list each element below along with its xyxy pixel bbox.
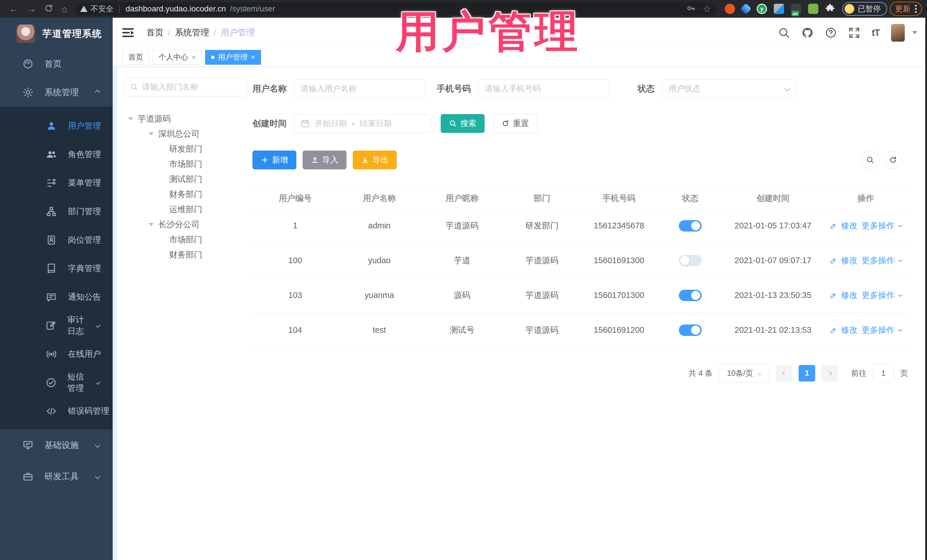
tree-node[interactable]: 长沙分公司 — [124, 217, 249, 232]
tab-profile[interactable]: 个人中心 × — [153, 50, 202, 65]
reload-icon[interactable] — [44, 4, 53, 14]
sidebar-item-role-mgmt[interactable]: 角色管理 — [0, 140, 112, 169]
ext-dark-on[interactable]: on — [791, 4, 801, 14]
tree-node[interactable]: 财务部门 — [124, 187, 249, 202]
sidebar-item-menu-mgmt[interactable]: 菜单管理 — [0, 169, 112, 197]
github-icon[interactable] — [801, 27, 813, 39]
dept-tree: 芋道源码 深圳总公司 研发部门 市场部门 测试部门 财务部门 运维部门 长沙分公… — [124, 111, 249, 262]
close-icon[interactable]: × — [191, 54, 196, 61]
chevron-down-icon[interactable] — [898, 223, 903, 228]
tree-node[interactable]: 运维部门 — [124, 202, 249, 217]
tree-node[interactable]: 研发部门 — [124, 141, 249, 156]
chevron-down-icon[interactable] — [898, 327, 903, 332]
sidebar-item-infrastructure[interactable]: 基础设施 — [0, 429, 112, 461]
tree-node[interactable]: 财务部门 — [124, 247, 249, 262]
sidebar-item-notice[interactable]: 通知公告 — [0, 283, 112, 311]
ext-orange-circle[interactable] — [725, 4, 735, 14]
sidebar-item-post-mgmt[interactable]: 岗位管理 — [0, 226, 112, 254]
page-number-button[interactable]: 1 — [799, 365, 815, 381]
home-icon[interactable]: ⌂ — [62, 4, 67, 14]
page-size-select[interactable]: 10条/页 — [719, 364, 769, 382]
status-toggle[interactable] — [679, 325, 702, 336]
ext-green-tool[interactable] — [808, 4, 818, 14]
search-icon — [449, 120, 457, 127]
more-actions-link[interactable]: 更多操作 — [862, 220, 895, 232]
browser-menu-icon[interactable] — [915, 5, 917, 13]
bookmark-star-icon[interactable]: ☆ — [703, 3, 711, 14]
avatar[interactable] — [891, 24, 905, 42]
dept-search-input[interactable] — [142, 82, 241, 91]
edit-link[interactable]: 修改 — [841, 255, 858, 266]
ext-green-y[interactable]: y — [757, 4, 767, 14]
browser-update-button[interactable]: 更新 — [890, 2, 922, 16]
prev-page-button[interactable] — [776, 365, 792, 381]
fullscreen-icon[interactable] — [848, 27, 860, 39]
tab-home[interactable]: 首页 — [122, 50, 149, 65]
export-button[interactable]: 导出 — [353, 150, 397, 169]
app-logo-row[interactable]: 芋道管理系统 — [0, 18, 112, 50]
security-warning[interactable]: 不安全 — [80, 4, 114, 14]
extensions-puzzle-icon[interactable] — [825, 3, 835, 14]
back-arrow-icon[interactable]: ← — [9, 4, 18, 14]
browser-profile-chip[interactable]: 已暂停 — [842, 2, 887, 16]
forward-arrow-icon[interactable]: → — [27, 4, 36, 14]
search-button[interactable]: 搜索 — [441, 114, 485, 133]
chevron-down-icon[interactable] — [898, 293, 903, 297]
status-toggle[interactable] — [679, 255, 702, 266]
sidebar-item-system[interactable]: 系统管理 — [0, 78, 112, 107]
add-user-button[interactable]: 新增 — [252, 150, 296, 169]
sidebar-item-error-code[interactable]: 错误码管理 — [0, 397, 112, 425]
tab-user-mgmt[interactable]: 用户管理 × — [205, 50, 261, 65]
date-start[interactable]: 开始日期 — [315, 118, 347, 129]
sidebar-item-devtools[interactable]: 研发工具 — [0, 461, 112, 492]
sidebar-item-home[interactable]: 首页 — [0, 50, 112, 78]
toggle-search-button[interactable] — [862, 151, 879, 169]
sidebar-item-sms-mgmt[interactable]: 短信管理 — [0, 369, 112, 397]
tree-node[interactable]: 市场部门 — [124, 156, 249, 171]
refresh-table-button[interactable] — [884, 151, 902, 169]
date-end[interactable]: 结束日期 — [360, 118, 392, 129]
status-select[interactable]: 用户状态 — [662, 79, 796, 98]
tree-node[interactable]: 市场部门 — [124, 232, 249, 247]
sidebar-collapse-icon[interactable] — [122, 28, 134, 37]
reset-button[interactable]: 重置 — [493, 114, 537, 133]
chevron-down-icon[interactable] — [898, 258, 903, 262]
scrollbar[interactable] — [112, 67, 117, 560]
edit-link[interactable]: 修改 — [841, 325, 858, 336]
username-input[interactable] — [301, 84, 419, 93]
search-icon[interactable] — [778, 27, 790, 39]
chevron-up-icon — [95, 90, 100, 95]
more-actions-link[interactable]: 更多操作 — [862, 325, 895, 336]
help-icon[interactable] — [825, 27, 837, 39]
next-page-button[interactable] — [821, 365, 838, 381]
sidebar-item-dept-mgmt[interactable]: 部门管理 — [0, 197, 112, 226]
sidebar-item-user-mgmt[interactable]: 用户管理 — [0, 112, 112, 140]
ext-blue-gem[interactable] — [740, 3, 752, 15]
close-icon[interactable]: × — [251, 54, 255, 61]
status-toggle[interactable] — [679, 220, 702, 232]
sidebar-item-dict-mgmt[interactable]: 字典管理 — [0, 254, 112, 283]
key-icon[interactable] — [686, 4, 695, 14]
edit-link[interactable]: 修改 — [841, 220, 858, 232]
caret-down-icon[interactable] — [912, 31, 917, 34]
edit-link[interactable]: 修改 — [841, 290, 858, 301]
caret-down-icon[interactable] — [149, 223, 154, 226]
breadcrumb-system[interactable]: 系统管理 — [175, 27, 209, 38]
caret-down-icon[interactable] — [128, 117, 133, 120]
goto-page-input[interactable] — [873, 364, 894, 382]
status-toggle[interactable] — [679, 290, 702, 301]
tree-node[interactable]: 芋道源码 — [124, 111, 249, 126]
more-actions-link[interactable]: 更多操作 — [862, 290, 895, 301]
breadcrumb-home[interactable]: 首页 — [146, 27, 163, 38]
ext-grid[interactable] — [774, 4, 784, 14]
tree-node[interactable]: 深圳总公司 — [124, 126, 249, 141]
more-actions-link[interactable]: 更多操作 — [862, 255, 895, 266]
mobile-input[interactable] — [485, 84, 603, 93]
sidebar-item-audit-log[interactable]: 审计日志 — [0, 311, 112, 340]
sidebar-item-online-users[interactable]: 在线用户 — [0, 340, 112, 369]
font-size-icon[interactable]: tT — [872, 27, 880, 38]
date-range-picker[interactable]: 开始日期 - 结束日期 — [294, 114, 431, 133]
import-button[interactable]: 导入 — [302, 150, 346, 169]
tree-node[interactable]: 测试部门 — [124, 171, 249, 187]
caret-down-icon[interactable] — [149, 132, 154, 135]
